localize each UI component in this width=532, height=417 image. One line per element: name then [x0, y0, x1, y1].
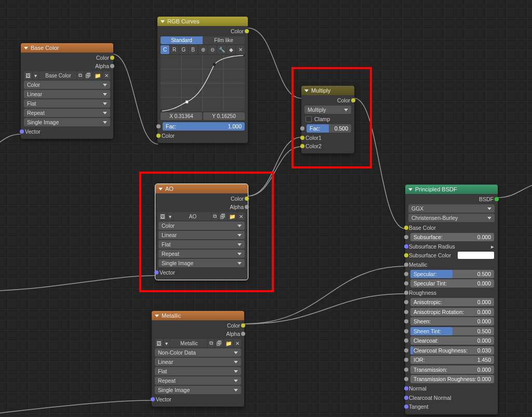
fake-user-icon[interactable]: 🗐	[215, 339, 223, 347]
bsdf-input-anisotropic[interactable]: Anisotropic:0.000	[406, 297, 497, 307]
prop-source[interactable]: Single Image	[155, 386, 241, 394]
distribution-select[interactable]: GGX	[408, 204, 495, 213]
bsdf-input-specular[interactable]: Specular:0.500	[406, 269, 497, 279]
image-icon[interactable]: 🖼	[158, 212, 167, 220]
node-header[interactable]: Principled BSDF	[405, 185, 498, 194]
prop-source[interactable]: Single Image	[158, 259, 245, 267]
zoom-in-icon[interactable]: ⊕	[198, 45, 207, 54]
prop-colorspace[interactable]: Color	[24, 81, 110, 89]
prop-projection[interactable]: Flat	[158, 240, 245, 249]
prop-source[interactable]: Single Image	[24, 118, 110, 126]
texture-selector[interactable]: 🖼 ▾ AO ⧉ 🗐 📁 ✕	[158, 212, 245, 220]
image-icon[interactable]: 🖼	[24, 71, 32, 80]
texture-selector[interactable]: 🖼 ▾ Metallic ⧉ 🗐 📁 ✕	[155, 339, 241, 347]
node-base-color[interactable]: Base Color Color Alpha 🖼 ▾ Base Color ⧉ …	[21, 43, 113, 139]
bsdf-input-tangent[interactable]: Tangent	[406, 402, 497, 411]
value-slider[interactable]: Specular:0.500	[410, 270, 494, 278]
tools-icon[interactable]: 🔧	[217, 45, 226, 54]
bsdf-input-subsurface[interactable]: Subsurface:0.000	[406, 232, 497, 242]
fac-slider[interactable]: Fac:0.500	[307, 124, 351, 133]
fac-slider[interactable]: Fac:1.000	[163, 122, 245, 131]
value-slider[interactable]: Clearcoat Roughness:0.030	[410, 346, 494, 355]
curve-x-value[interactable]: X 0.31364	[161, 112, 202, 120]
value-slider[interactable]: IOR:1.450	[410, 356, 494, 364]
texture-selector[interactable]: 🖼 ▾ Base Color ⧉ 🗐 📁 ✕	[24, 71, 110, 80]
node-header[interactable]: RGB Curves	[157, 17, 248, 26]
prop-interpolation[interactable]: Linear	[158, 231, 245, 239]
chevron-right-icon[interactable]: ▸	[491, 243, 494, 250]
value-slider[interactable]: Anisotropic:0.000	[410, 298, 494, 306]
node-ao[interactable]: AO Color Alpha 🖼 ▾ AO ⧉ 🗐 📁 ✕ Color Line…	[155, 184, 248, 280]
bsdf-input-clearcoat-normal[interactable]: Clearcoat Normal	[406, 393, 497, 402]
blend-mode[interactable]: Multiply	[304, 106, 351, 114]
channel-r[interactable]: R	[170, 45, 179, 54]
unlink-icon[interactable]: ✕	[103, 71, 110, 80]
texture-name[interactable]: Base Color	[39, 71, 76, 80]
value-slider[interactable]: Sheen:0.000	[410, 317, 494, 325]
value-slider[interactable]: Sheen Tint:0.500	[410, 327, 494, 335]
bsdf-input-base-color[interactable]: Base Color	[406, 223, 497, 232]
node-header[interactable]: Metallic	[152, 311, 244, 320]
sss-method-select[interactable]: Christensen-Burley	[408, 214, 495, 222]
prop-extension[interactable]: Repeat	[155, 376, 241, 385]
bsdf-input-normal[interactable]: Normal	[406, 384, 497, 393]
prop-extension[interactable]: Repeat	[158, 250, 245, 258]
bsdf-input-clearcoat[interactable]: Clearcoat:0.000	[406, 336, 497, 345]
image-icon[interactable]: 🖼	[155, 339, 163, 347]
prop-extension[interactable]: Repeat	[24, 109, 110, 117]
node-header[interactable]: AO	[155, 184, 248, 193]
users-icon[interactable]: ⧉	[211, 212, 218, 220]
clip-icon[interactable]: ◆	[227, 45, 235, 54]
open-icon[interactable]: 📁	[228, 212, 237, 220]
prop-projection[interactable]: Flat	[24, 99, 110, 108]
bsdf-input-specular-tint[interactable]: Specular Tint:0.000	[406, 279, 497, 288]
fake-user-icon[interactable]: 🗐	[219, 212, 227, 220]
zoom-out-icon[interactable]: ⊖	[208, 45, 217, 54]
value-slider[interactable]: Anisotropic Rotation:0.000	[410, 308, 494, 316]
browse-icon[interactable]: ▾	[33, 71, 38, 80]
bsdf-input-ior[interactable]: IOR:1.450	[406, 355, 497, 364]
curve-editor[interactable]	[161, 55, 245, 111]
remove-icon[interactable]: ✕	[236, 45, 245, 54]
curve-y-value[interactable]: Y 0.16250	[203, 112, 245, 120]
prop-colorspace[interactable]: Color	[158, 221, 245, 230]
channel-c[interactable]: C	[161, 45, 169, 54]
users-icon[interactable]: ⧉	[77, 71, 84, 80]
users-icon[interactable]: ⧉	[208, 339, 215, 347]
bsdf-input-transmission-roughness[interactable]: Transmission Roughness:0.000	[406, 374, 497, 384]
texture-name[interactable]: Metallic	[170, 339, 207, 347]
clamp-checkbox[interactable]: Clamp	[302, 115, 353, 123]
bsdf-input-anisotropic-rotation[interactable]: Anisotropic Rotation:0.000	[406, 307, 497, 317]
prop-interpolation[interactable]: Linear	[24, 90, 110, 98]
node-rgb-curves[interactable]: RGB Curves Color Standard Film like C R …	[157, 17, 248, 143]
prop-projection[interactable]: Flat	[155, 367, 241, 375]
unlink-icon[interactable]: ✕	[237, 212, 245, 220]
channel-g[interactable]: G	[179, 45, 188, 54]
bsdf-input-subsurface-radius[interactable]: Subsurface Radius ▸	[406, 242, 497, 251]
prop-interpolation[interactable]: Linear	[155, 358, 241, 366]
bsdf-input-sheen-tint[interactable]: Sheen Tint:0.500	[406, 327, 497, 336]
node-metallic[interactable]: Metallic Color Alpha 🖼 ▾ Metallic ⧉ 🗐 📁 …	[152, 311, 244, 407]
color-swatch[interactable]	[458, 252, 494, 259]
texture-name[interactable]: AO	[174, 212, 211, 220]
value-slider[interactable]: Subsurface:0.000	[410, 233, 494, 241]
prop-colorspace[interactable]: Non-Color Data	[155, 348, 241, 357]
node-header[interactable]: Base Color	[21, 43, 113, 53]
browse-icon[interactable]: ▾	[164, 339, 169, 347]
bsdf-input-clearcoat-roughness[interactable]: Clearcoat Roughness:0.030	[406, 346, 497, 355]
value-slider[interactable]: Transmission:0.000	[410, 366, 494, 374]
bsdf-input-metallic[interactable]: Metallic	[406, 260, 497, 269]
tab-standard[interactable]: Standard	[161, 36, 203, 44]
tab-filmlike[interactable]: Film like	[203, 36, 245, 44]
bsdf-input-subsurface-color[interactable]: Subsurface Color	[406, 251, 497, 260]
fake-user-icon[interactable]: 🗐	[84, 71, 92, 80]
curve-mode-tabs[interactable]: Standard Film like	[161, 36, 245, 44]
node-multiply[interactable]: Multiply Color Multiply Clamp Fac:0.500 …	[301, 86, 354, 153]
unlink-icon[interactable]: ✕	[234, 339, 241, 347]
node-principled-bsdf[interactable]: Principled BSDF BSDF GGX Christensen-Bur…	[405, 185, 498, 414]
browse-icon[interactable]: ▾	[167, 212, 173, 220]
bsdf-input-sheen[interactable]: Sheen:0.000	[406, 317, 497, 326]
value-slider[interactable]: Clearcoat:0.000	[410, 336, 494, 345]
node-header[interactable]: Multiply	[301, 86, 354, 95]
bsdf-input-transmission[interactable]: Transmission:0.000	[406, 365, 497, 374]
